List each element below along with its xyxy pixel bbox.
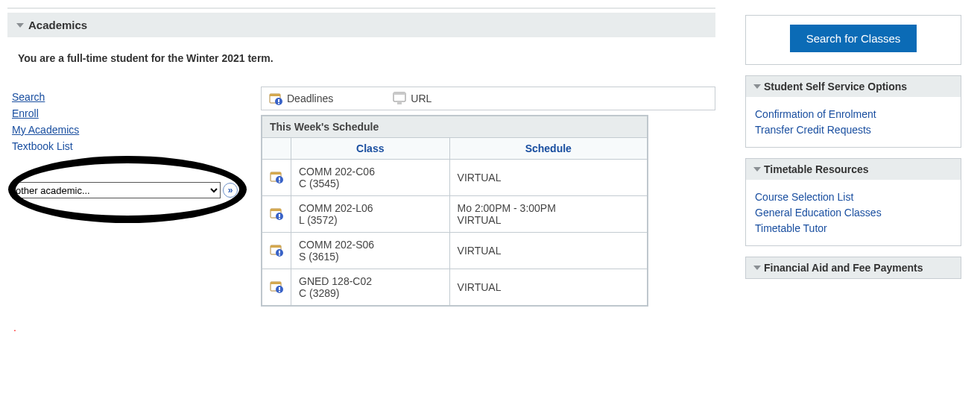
link-confirmation-enrolment[interactable]: Confirmation of Enrolment [755, 108, 952, 120]
svg-rect-12 [279, 178, 280, 181]
schedule-cell: VIRTUAL [449, 233, 648, 269]
class-cell: COMM 202-L06L (3572) [291, 196, 450, 233]
other-academic-select[interactable]: other academic... [12, 182, 221, 198]
svg-rect-25 [271, 282, 281, 284]
schedule-cell: VIRTUAL [449, 160, 648, 196]
svg-marker-29 [753, 84, 761, 89]
chevron-down-icon [753, 81, 761, 92]
svg-rect-10 [271, 172, 281, 175]
self-service-panel-header[interactable]: Student Self Service Options [746, 76, 961, 97]
chevrons-right-icon: » [228, 185, 233, 195]
link-course-selection-list[interactable]: Course Selection List [755, 191, 952, 203]
link-textbook-list[interactable]: Textbook List [12, 140, 246, 152]
chevron-down-icon [753, 262, 761, 274]
table-row: COMM 202-S06S (3615) VIRTUAL [262, 233, 648, 269]
table-row: COMM 202-L06L (3572) Mo 2:00PM - 3:00PM … [262, 196, 648, 233]
link-search[interactable]: Search [12, 91, 246, 103]
finaid-panel-header[interactable]: Financial Aid and Fee Payments [746, 257, 961, 278]
finaid-panel: Financial Aid and Fee Payments [745, 257, 961, 279]
class-cell: COMM 202-S06S (3615) [291, 233, 450, 269]
schedule-title: This Week's Schedule [262, 116, 648, 138]
legend-url-label: URL [411, 92, 431, 104]
chevron-down-icon [16, 19, 24, 31]
svg-marker-31 [753, 266, 761, 270]
svg-rect-20 [271, 245, 281, 248]
svg-rect-13 [279, 181, 280, 183]
schedule-cell: Mo 2:00PM - 3:00PM VIRTUAL [449, 196, 648, 233]
svg-rect-18 [279, 218, 280, 219]
timetable-title: Timetable Resources [764, 163, 869, 175]
link-general-education[interactable]: General Education Classes [755, 207, 952, 219]
link-transfer-credit[interactable]: Transfer Credit Requests [755, 124, 952, 136]
col-header-class: Class [291, 138, 450, 160]
url-icon [393, 92, 406, 105]
red-dot: . [13, 321, 715, 333]
link-timetable-tutor[interactable]: Timetable Tutor [755, 222, 952, 234]
link-enroll[interactable]: Enroll [12, 107, 246, 119]
chevron-down-icon [753, 163, 761, 175]
svg-rect-8 [397, 101, 402, 104]
legend-deadlines-label: Deadlines [287, 92, 333, 104]
calendar-deadline-icon[interactable] [270, 280, 283, 293]
finaid-title: Financial Aid and Fee Payments [764, 262, 923, 274]
academics-section-header[interactable]: Academics [7, 13, 715, 37]
timetable-panel: Timetable Resources Course Selection Lis… [745, 158, 961, 246]
svg-rect-15 [271, 209, 281, 211]
self-service-title: Student Self Service Options [764, 81, 907, 92]
svg-rect-7 [393, 92, 405, 95]
calendar-deadline-icon[interactable] [270, 170, 283, 183]
legend-bar: Deadlines URL [261, 87, 715, 110]
calendar-deadline-icon [269, 92, 282, 105]
self-service-panel: Student Self Service Options Confirmatio… [745, 75, 961, 148]
timetable-panel-header[interactable]: Timetable Resources [746, 159, 961, 180]
schedule-cell: VIRTUAL [449, 269, 648, 307]
svg-rect-23 [279, 254, 280, 256]
calendar-deadline-icon[interactable] [270, 243, 283, 257]
svg-rect-22 [279, 251, 280, 254]
svg-rect-5 [278, 103, 279, 104]
svg-rect-28 [279, 291, 280, 292]
search-classes-panel: Search for Classes [745, 15, 961, 65]
academics-title: Academics [28, 19, 87, 31]
svg-rect-4 [278, 99, 279, 102]
top-divider [7, 7, 715, 9]
calendar-deadline-icon[interactable] [270, 207, 283, 220]
search-for-classes-button[interactable]: Search for Classes [790, 25, 917, 52]
link-my-academics[interactable]: My Academics [12, 124, 246, 136]
schedule-table: This Week's Schedule Class Schedule COMM… [261, 115, 648, 307]
table-row: GNED 128-C02C (3289) VIRTUAL [262, 269, 648, 307]
go-button[interactable]: » [223, 183, 238, 198]
table-row: COMM 202-C06C (3545) VIRTUAL [262, 160, 648, 196]
class-cell: GNED 128-C02C (3289) [291, 269, 450, 307]
svg-marker-0 [16, 23, 24, 28]
svg-marker-30 [753, 167, 761, 172]
class-cell: COMM 202-C06C (3545) [291, 160, 450, 196]
status-message: You are a full-time student for the Wint… [7, 52, 715, 64]
svg-rect-2 [270, 94, 280, 96]
svg-rect-27 [279, 287, 280, 290]
svg-rect-17 [279, 214, 280, 217]
col-header-schedule: Schedule [449, 138, 648, 160]
